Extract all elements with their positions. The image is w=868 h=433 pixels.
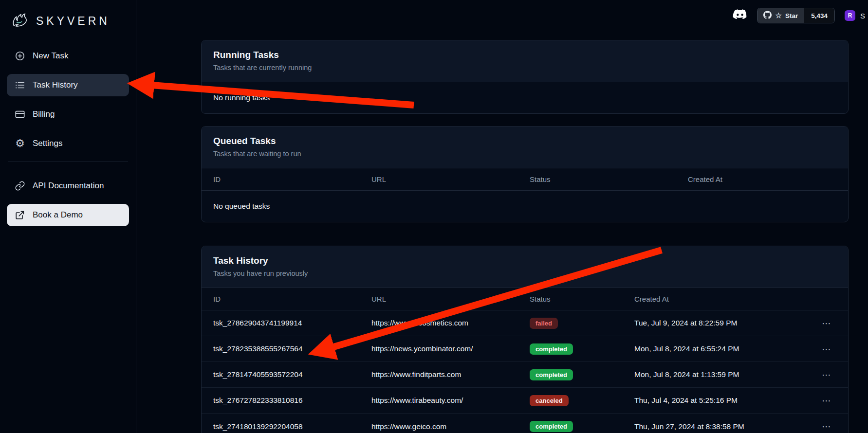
task-created-at: Thu, Jul 4, 2024 at 5:25:16 PM bbox=[634, 396, 807, 405]
table-row[interactable]: tsk_278235388555267564 https://news.ycom… bbox=[202, 336, 848, 362]
row-actions-button[interactable]: ⋯ bbox=[817, 343, 836, 355]
task-id: tsk_278147405593572204 bbox=[213, 370, 371, 379]
queued-tasks-empty-state: No queued tasks bbox=[202, 191, 848, 222]
table-row[interactable]: tsk_278629043741199914 https://www.tecos… bbox=[202, 310, 848, 336]
card-title: Task History bbox=[213, 255, 836, 266]
sidebar-item-settings[interactable]: ⚙ Settings bbox=[7, 132, 129, 155]
task-history-card: Task History Tasks you have run previous… bbox=[201, 246, 849, 433]
task-created-at: Mon, Jul 8, 2024 at 6:55:24 PM bbox=[634, 344, 807, 353]
task-url: https://www.geico.com bbox=[371, 422, 530, 431]
discord-button[interactable] bbox=[733, 9, 747, 22]
task-url: https://www.tirabeauty.com/ bbox=[371, 396, 530, 405]
sidebar-item-task-history[interactable]: Task History bbox=[7, 74, 129, 96]
column-header-created-at: Created At bbox=[634, 295, 807, 303]
row-actions-button[interactable]: ⋯ bbox=[817, 318, 836, 329]
sidebar-item-api-documentation[interactable]: API Documentation bbox=[7, 175, 129, 197]
status-badge: failed bbox=[530, 318, 558, 329]
sidebar-item-label: Billing bbox=[33, 109, 55, 119]
sidebar-item-billing[interactable]: Billing bbox=[7, 103, 129, 126]
history-table-header: ID URL Status Created At bbox=[202, 288, 848, 310]
brand-name: SKYVERN bbox=[36, 15, 110, 28]
queued-table-header: ID URL Status Created At bbox=[202, 168, 848, 191]
sidebar-item-new-task[interactable]: New Task bbox=[7, 45, 129, 67]
list-icon bbox=[15, 80, 25, 90]
github-star-count: 5,434 bbox=[804, 8, 834, 23]
task-created-at: Tue, Jul 9, 2024 at 8:22:59 PM bbox=[634, 319, 807, 327]
running-tasks-header: Running Tasks Tasks that are currently r… bbox=[202, 40, 848, 82]
task-id: tsk_278629043741199914 bbox=[213, 319, 371, 327]
status-badge: completed bbox=[530, 343, 573, 355]
github-star-button[interactable]: ☆ Star 5,434 bbox=[757, 8, 835, 23]
credit-card-icon bbox=[15, 109, 25, 120]
status-badge: canceled bbox=[530, 395, 569, 406]
column-header-url: URL bbox=[371, 295, 530, 303]
link-icon bbox=[15, 180, 25, 191]
card-subtitle: Tasks that are waiting to run bbox=[213, 150, 836, 158]
task-url: https://news.ycombinator.com/ bbox=[371, 344, 530, 353]
card-subtitle: Tasks that are currently running bbox=[213, 64, 836, 72]
status-badge: completed bbox=[530, 369, 573, 380]
card-title: Queued Tasks bbox=[213, 136, 836, 146]
table-row[interactable]: tsk_278147405593572204 https://www.findi… bbox=[202, 362, 848, 388]
avatar[interactable]: R bbox=[845, 10, 855, 21]
topbar: ☆ Star 5,434 R S bbox=[733, 8, 865, 23]
sidebar-divider bbox=[8, 162, 128, 162]
gear-icon: ⚙ bbox=[15, 138, 25, 149]
table-row[interactable]: tsk_276727822333810816 https://www.tirab… bbox=[202, 388, 848, 414]
table-row[interactable]: tsk_274180139292204058 https://www.geico… bbox=[202, 414, 848, 433]
github-icon bbox=[763, 11, 772, 20]
queued-tasks-header: Queued Tasks Tasks that are waiting to r… bbox=[202, 126, 848, 168]
sidebar-item-label: Book a Demo bbox=[33, 210, 83, 220]
row-actions-button[interactable]: ⋯ bbox=[817, 369, 836, 380]
task-id: tsk_278235388555267564 bbox=[213, 344, 371, 353]
task-created-at: Thu, Jun 27, 2024 at 8:38:58 PM bbox=[634, 422, 807, 431]
discord-icon bbox=[733, 9, 747, 22]
sidebar-item-book-a-demo[interactable]: Book a Demo bbox=[7, 204, 129, 226]
column-header-status: Status bbox=[530, 175, 688, 183]
skyvern-logo-icon bbox=[10, 10, 30, 32]
card-title: Running Tasks bbox=[213, 50, 836, 60]
card-subtitle: Tasks you have run previously bbox=[213, 270, 836, 277]
column-header-url: URL bbox=[371, 175, 530, 183]
task-history-header: Task History Tasks you have run previous… bbox=[202, 246, 848, 288]
column-header-id: ID bbox=[213, 295, 371, 303]
sidebar-item-label: Task History bbox=[33, 80, 78, 90]
logo[interactable]: SKYVERN bbox=[7, 7, 129, 45]
sidebar-item-label: API Documentation bbox=[33, 181, 104, 191]
status-badge: completed bbox=[530, 421, 573, 432]
sidebar-item-label: New Task bbox=[33, 51, 68, 61]
sidebar-nav: New Task Task History Billing ⚙ Settings bbox=[7, 45, 129, 226]
row-actions-button[interactable]: ⋯ bbox=[817, 421, 836, 432]
column-header-id: ID bbox=[213, 175, 371, 183]
running-tasks-empty-state: No running tasks bbox=[202, 82, 848, 113]
user-label-fragment: S bbox=[860, 12, 865, 20]
github-star-label: Star bbox=[785, 12, 798, 19]
app-window: SKYVERN New Task Task History Billing bbox=[0, 0, 868, 433]
column-header-created-at: Created At bbox=[688, 175, 836, 183]
external-link-icon bbox=[15, 210, 25, 220]
queued-tasks-card: Queued Tasks Tasks that are waiting to r… bbox=[201, 126, 849, 222]
row-actions-button[interactable]: ⋯ bbox=[817, 395, 836, 406]
sidebar-item-label: Settings bbox=[33, 139, 62, 148]
task-url: https://www.finditparts.com bbox=[371, 370, 530, 379]
task-url: https://www.tecosmetics.com bbox=[371, 319, 530, 327]
task-created-at: Mon, Jul 8, 2024 at 1:13:59 PM bbox=[634, 370, 807, 379]
sidebar: SKYVERN New Task Task History Billing bbox=[0, 0, 136, 433]
main-content: ☆ Star 5,434 R S Running Tasks Tasks tha… bbox=[136, 0, 868, 433]
running-tasks-card: Running Tasks Tasks that are currently r… bbox=[201, 40, 849, 114]
column-header-status: Status bbox=[530, 295, 634, 303]
task-id: tsk_274180139292204058 bbox=[213, 422, 371, 431]
task-id: tsk_276727822333810816 bbox=[213, 396, 371, 405]
plus-circle-icon bbox=[15, 51, 25, 61]
star-icon: ☆ bbox=[775, 11, 781, 20]
